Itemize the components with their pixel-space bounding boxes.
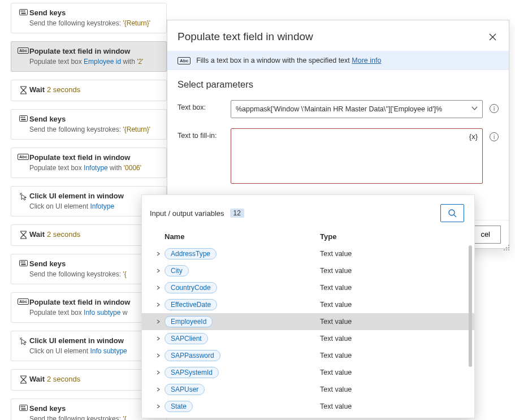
chevron-right-icon[interactable] <box>152 250 165 257</box>
variable-row[interactable]: CountryCodeText value <box>142 279 474 296</box>
chevron-down-icon <box>471 105 478 113</box>
variable-pill[interactable]: CountryCode <box>165 282 217 293</box>
variables-header: Input / output variables 12 <box>142 195 474 228</box>
variable-pill[interactable]: City <box>165 265 189 276</box>
variable-row[interactable]: SAPClientText value <box>142 330 474 347</box>
close-button[interactable] <box>486 31 499 43</box>
variables-panel: Input / output variables 12 Name Type Ad… <box>141 194 475 418</box>
search-icon <box>448 209 457 218</box>
variable-type: Text value <box>320 250 474 258</box>
variables-heading: Input / output variables <box>150 209 224 218</box>
svg-point-21 <box>506 247 507 248</box>
step-icon <box>17 404 29 411</box>
flow-step[interactable]: Wait2 seconds <box>11 80 167 101</box>
step-description: Send the following keystrokes: '{Return}… <box>29 19 161 27</box>
step-description: Populate text box Infotype with '0006' <box>29 164 161 172</box>
svg-point-25 <box>508 249 509 250</box>
step-title: Send keys <box>29 8 161 18</box>
svg-rect-0 <box>19 10 27 15</box>
svg-rect-19 <box>21 409 25 410</box>
variable-row[interactable]: AddressTypeText value <box>142 245 474 262</box>
variables-count: 12 <box>230 209 244 218</box>
step-icon: Abc <box>17 46 29 54</box>
insert-variable-button[interactable]: {x} <box>469 132 478 141</box>
parameters-section: Select parameters Text box: %appmask['Wi… <box>167 70 509 194</box>
info-icon[interactable]: i <box>490 132 499 141</box>
variable-type: Text value <box>320 335 474 343</box>
variable-pill[interactable]: EffectiveDate <box>165 299 217 310</box>
resize-grip-icon[interactable] <box>503 244 510 251</box>
parameters-heading: Select parameters <box>178 79 499 90</box>
chevron-right-icon[interactable] <box>152 267 165 274</box>
flow-step[interactable]: AbcPopulate text field in windowPopulate… <box>11 148 167 178</box>
more-info-link[interactable]: More info <box>352 57 381 64</box>
flow-step[interactable]: Send keysSend the following keystrokes: … <box>11 109 167 140</box>
variable-pill[interactable]: AddressType <box>165 248 217 259</box>
chevron-right-icon[interactable] <box>152 386 165 393</box>
variable-pill[interactable]: SAPSystemId <box>165 367 219 378</box>
step-icon <box>17 114 29 122</box>
info-text: Fills a text box in a window with the sp… <box>196 57 381 64</box>
variable-type: Text value <box>320 386 474 393</box>
svg-rect-3 <box>24 11 25 12</box>
step-title: Populate text field in window <box>29 46 161 57</box>
chevron-right-icon[interactable] <box>152 301 165 308</box>
variables-columns-header: Name Type <box>142 228 474 245</box>
svg-rect-11 <box>20 262 21 263</box>
svg-rect-7 <box>22 117 23 118</box>
svg-rect-17 <box>22 406 23 408</box>
variable-type: Text value <box>320 267 474 275</box>
variable-pill[interactable]: SAPClient <box>165 333 208 344</box>
variable-row[interactable]: SAPUserText value <box>142 381 474 398</box>
svg-rect-4 <box>21 13 25 14</box>
variable-row[interactable]: SAPSystemIdText value <box>142 364 474 381</box>
variable-pill[interactable]: State <box>165 401 193 412</box>
info-icon[interactable]: i <box>490 104 499 113</box>
fillin-textarea[interactable]: {x} <box>231 128 483 184</box>
svg-point-20 <box>508 245 509 246</box>
variable-type: Text value <box>320 352 474 360</box>
variable-row[interactable]: SAPPasswordText value <box>142 347 474 364</box>
step-description: Send the following keystrokes: '{Return}… <box>29 125 161 133</box>
chevron-right-icon[interactable] <box>152 335 165 342</box>
flow-step[interactable]: Send keysSend the following keystrokes: … <box>11 3 167 33</box>
variables-body: AddressTypeText valueCityText valueCount… <box>142 245 474 415</box>
search-button[interactable] <box>440 204 464 222</box>
step-title: Wait2 seconds <box>29 85 161 95</box>
step-icon <box>17 336 29 345</box>
chevron-right-icon[interactable] <box>152 369 165 376</box>
param-row-fillin: Text to fill-in: {x} i <box>178 128 499 184</box>
variable-pill[interactable]: SAPUser <box>165 384 205 395</box>
svg-rect-8 <box>24 117 25 118</box>
variable-row[interactable]: EffectiveDateText value <box>142 296 474 313</box>
svg-rect-16 <box>20 406 21 408</box>
svg-rect-9 <box>21 119 25 120</box>
textbox-value: %appmask['Window \'Maintain HR Master Da… <box>236 105 471 113</box>
variable-row[interactable]: EmployeeIdText value <box>142 313 474 330</box>
info-bar: Abc Fills a text box in a window with th… <box>167 51 509 70</box>
variable-row[interactable]: StateText value <box>142 398 474 415</box>
chevron-right-icon[interactable] <box>152 403 165 410</box>
chevron-right-icon[interactable] <box>152 352 165 359</box>
chevron-right-icon[interactable] <box>152 284 165 291</box>
step-icon <box>17 8 29 15</box>
svg-rect-15 <box>19 405 27 411</box>
variable-row[interactable]: CityText value <box>142 262 474 279</box>
svg-rect-2 <box>22 11 23 12</box>
svg-rect-5 <box>19 116 27 122</box>
svg-point-24 <box>506 249 507 250</box>
variable-pill[interactable]: SAPPassword <box>165 350 220 361</box>
variable-type: Text value <box>320 369 474 376</box>
svg-rect-10 <box>19 261 27 266</box>
svg-line-27 <box>454 215 456 217</box>
step-icon: Abc <box>17 297 29 305</box>
variable-pill[interactable]: EmployeeId <box>165 316 213 327</box>
svg-rect-1 <box>20 11 21 12</box>
textbox-icon: Abc <box>178 57 191 64</box>
textbox-combo[interactable]: %appmask['Window \'Maintain HR Master Da… <box>231 100 483 118</box>
scrollbar[interactable] <box>469 245 472 367</box>
flow-step[interactable]: AbcPopulate text field in windowPopulate… <box>11 41 167 72</box>
step-icon: Abc <box>17 153 29 160</box>
chevron-right-icon[interactable] <box>152 318 165 325</box>
param-row-textbox: Text box: %appmask['Window \'Maintain HR… <box>178 100 499 118</box>
